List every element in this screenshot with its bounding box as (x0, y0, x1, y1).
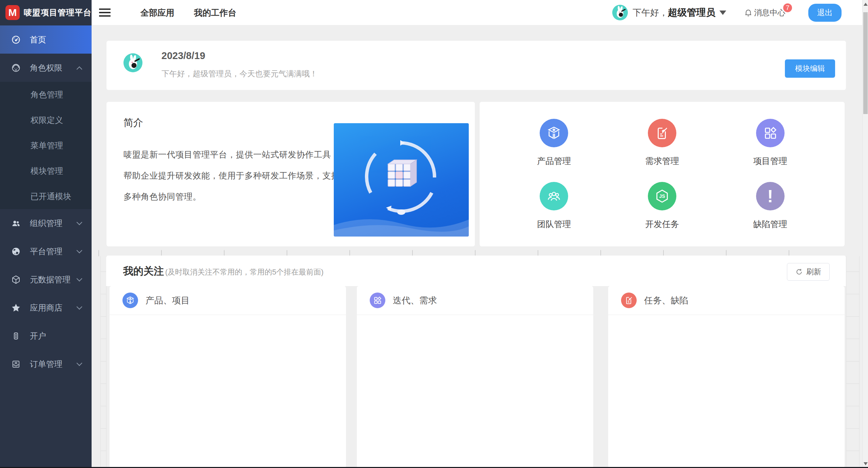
username: 超级管理员 (668, 6, 715, 19)
chevron-up-icon (77, 67, 82, 72)
chevron-down-icon (77, 220, 82, 225)
follow-card-header[interactable]: 产品、项目 (110, 286, 346, 315)
follow-card-header[interactable]: 迭代、需求 (357, 286, 593, 315)
star-icon (11, 303, 21, 313)
product-cube-icon (122, 293, 138, 308)
module-project-management[interactable]: 项目管理 (716, 115, 824, 178)
globe-icon (11, 247, 21, 256)
welcome-card: 2023/8/19 下午好，超级管理员，今天也要元气满满哦！ 模块编辑 (107, 41, 846, 90)
intro-card: 简介 唛盟是新一代项目管理平台，提供一站式研发协作工具，帮助企业提升研发效能，使… (107, 102, 475, 246)
refresh-button[interactable]: 刷新 (787, 263, 830, 281)
greeting-prefix: 下午好， (633, 7, 668, 19)
intro-illustration (334, 123, 469, 237)
rabbit-avatar-icon (612, 5, 628, 20)
project-component-icon (370, 293, 385, 308)
welcome-message: 下午好，超级管理员，今天也要元气满满哦！ (161, 69, 317, 79)
team-icon (540, 182, 568, 210)
intro-body: 唛盟是新一代项目管理平台，提供一站式研发协作工具，帮助企业提升研发效能，使用于多… (123, 144, 346, 207)
module-label: 项目管理 (753, 155, 787, 167)
background-grid-left (100, 256, 107, 468)
user-avatar[interactable] (612, 5, 628, 20)
scroll-up-arrow-icon[interactable] (864, 3, 868, 6)
follow-card-products-projects: 产品、项目 (110, 286, 346, 468)
top-header: M 唛盟项目管理平台 全部应用 我的工作台 下午好， 超级管理员 (0, 0, 868, 25)
order-icon (11, 360, 21, 369)
my-follow-header: 我的关注 (及时取消关注不常用的，常用的5个排在最前面) 刷新 (106, 256, 846, 286)
defect-exclamation-icon: ! (756, 182, 785, 210)
modules-card: 产品管理 需求管理 项目管理 (480, 102, 845, 246)
module-edit-button[interactable]: 模块编辑 (785, 59, 835, 78)
chevron-down-icon (719, 11, 726, 15)
sidebar: 首页 角色权限 角色管理 权限定义 菜单管理 模块管理 已开通模块 组织管理 (0, 25, 92, 467)
vertical-scrollbar[interactable] (862, 0, 868, 468)
dashboard-icon (11, 35, 21, 44)
sidebar-item-metadata[interactable]: 元数据管理 (0, 265, 92, 294)
module-product-management[interactable]: 产品管理 (500, 115, 608, 178)
module-team-management[interactable]: 团队管理 (500, 178, 608, 241)
logo-m-icon: M (5, 5, 20, 20)
sidebar-item-label: 订单管理 (30, 359, 62, 370)
bell-icon (744, 8, 753, 17)
chevron-down-icon (77, 360, 82, 366)
follow-card-iterations-requirements: 迭代、需求 (357, 286, 593, 468)
message-center-button[interactable]: 消息中心 7 (744, 7, 785, 18)
sidebar-item-app-store[interactable]: 应用商店 (0, 294, 92, 322)
module-requirement-management[interactable]: 需求管理 (608, 115, 716, 178)
nav-my-workspace[interactable]: 我的工作台 (194, 7, 236, 18)
chevron-down-icon (77, 276, 82, 282)
sidebar-subitem-module-management[interactable]: 模块管理 (0, 158, 92, 184)
refresh-label: 刷新 (806, 267, 821, 277)
follow-card-label: 任务、缺陷 (644, 295, 688, 306)
sidebar-item-home[interactable]: 首页 (0, 25, 92, 54)
module-label: 缺陷管理 (753, 219, 787, 230)
sidebar-item-label: 开户 (30, 331, 46, 341)
module-label: 开发任务 (645, 219, 679, 230)
sidebar-item-platform[interactable]: 平台管理 (0, 237, 92, 265)
sidebar-item-open-account[interactable]: 开户 (0, 322, 92, 350)
logout-button[interactable]: 退出 (808, 4, 842, 22)
module-label: 需求管理 (645, 155, 679, 167)
sidebar-item-organization[interactable]: 组织管理 (0, 209, 92, 237)
scrollbar-thumb[interactable] (863, 12, 868, 114)
organization-icon (11, 219, 21, 228)
my-follow-subtitle: (及时取消关注不常用的，常用的5个排在最前面) (165, 267, 324, 277)
project-component-icon (756, 119, 785, 147)
nodejs-icon: JS (648, 182, 676, 210)
message-badge: 7 (783, 3, 793, 13)
refresh-icon (795, 268, 803, 276)
sidebar-submenu-role: 角色管理 权限定义 菜单管理 模块管理 已开通模块 (0, 82, 92, 209)
welcome-avatar (123, 53, 142, 72)
module-defect-management[interactable]: ! 缺陷管理 (716, 178, 824, 241)
sidebar-item-label: 组织管理 (30, 218, 62, 229)
hamburger-menu-icon[interactable] (99, 6, 111, 19)
rabbit-avatar-icon (123, 53, 142, 72)
sidebar-item-role-permission[interactable]: 角色权限 (0, 54, 92, 82)
sidebar-item-label: 元数据管理 (30, 274, 71, 285)
sidebar-item-label: 首页 (30, 34, 46, 45)
sidebar-item-label: 平台管理 (30, 246, 62, 257)
product-cube-icon (540, 119, 568, 147)
follow-card-label: 迭代、需求 (393, 295, 437, 306)
sidebar-item-order-management[interactable]: 订单管理 (0, 350, 92, 378)
sidebar-subitem-opened-modules[interactable]: 已开通模块 (0, 184, 92, 209)
nav-all-apps[interactable]: 全部应用 (140, 7, 174, 18)
svg-text:JS: JS (659, 193, 665, 199)
main-content: 2023/8/19 下午好，超级管理员，今天也要元气满满哦！ 模块编辑 简介 唛… (92, 25, 868, 468)
sidebar-subitem-role-management[interactable]: 角色管理 (0, 82, 92, 107)
metadata-cube-icon (11, 275, 21, 284)
sidebar-subitem-permission-definition[interactable]: 权限定义 (0, 107, 92, 133)
background-grid-right (846, 256, 860, 468)
message-center-label: 消息中心 (754, 7, 785, 18)
chevron-down-icon (77, 304, 82, 310)
scroll-down-arrow-icon[interactable] (864, 462, 868, 465)
follow-card-label: 产品、项目 (146, 295, 190, 306)
module-dev-task[interactable]: JS 开发任务 (608, 178, 716, 241)
role-icon (11, 63, 21, 73)
requirement-doc-icon (648, 119, 676, 147)
sidebar-item-label: 角色权限 (30, 62, 62, 73)
sidebar-subitem-menu-management[interactable]: 菜单管理 (0, 133, 92, 158)
user-greeting-dropdown[interactable]: 下午好， 超级管理员 (633, 6, 726, 19)
follow-card-header[interactable]: 任务、缺陷 (608, 286, 845, 315)
sidebar-item-label: 应用商店 (30, 302, 62, 313)
follow-card-tasks-defects: 任务、缺陷 (608, 286, 845, 468)
